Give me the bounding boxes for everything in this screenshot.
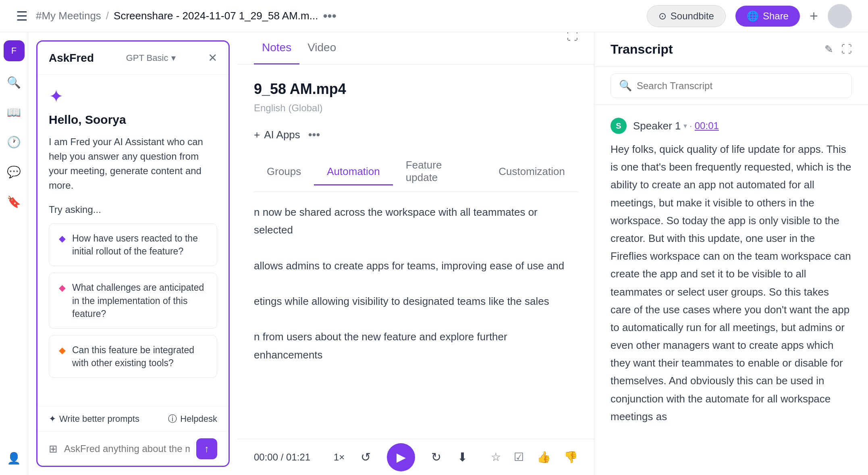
expand-button[interactable]: ⛶ bbox=[567, 32, 578, 43]
helpdesk-label: Helpdesk bbox=[180, 414, 217, 424]
download-button[interactable]: ⬇ bbox=[457, 450, 467, 464]
time-total: 01:21 bbox=[286, 452, 310, 462]
topbar-actions: ⊙ Soundbite 🌐 Share + bbox=[647, 4, 852, 28]
speaker-chevron-icon[interactable]: ▾ bbox=[683, 121, 687, 130]
transcript-search-input[interactable] bbox=[637, 80, 843, 92]
content-inner: 9_58 AM.mp4 English (Global) + AI Apps •… bbox=[238, 65, 594, 439]
content-paragraph-1: n now be shared across the workspace wit… bbox=[254, 203, 578, 239]
speaker-name: Speaker 1 ▾ · 00:01 bbox=[633, 120, 719, 132]
ai-apps-more[interactable]: ••• bbox=[308, 128, 320, 141]
ai-apps-row: + AI Apps ••• bbox=[254, 128, 578, 141]
plus-icon: + bbox=[254, 129, 260, 141]
checkbox-icon[interactable]: ☑ bbox=[514, 450, 524, 464]
breadcrumb-more[interactable]: ••• bbox=[323, 8, 336, 23]
suggestion-item-2[interactable]: ◆ What challenges are anticipated in the… bbox=[49, 273, 217, 329]
content-paragraph-2: allows admins to create apps for teams, … bbox=[254, 257, 578, 275]
askfred-input-area: ⊞ ↑ bbox=[37, 431, 228, 466]
ai-apps-label: AI Apps bbox=[264, 129, 300, 141]
share-label: Share bbox=[763, 10, 789, 22]
askfred-send-button[interactable]: ↑ bbox=[196, 438, 217, 459]
write-prompts-link[interactable]: ✦ Write better prompts bbox=[49, 414, 139, 424]
suggestion-item-3[interactable]: ◆ Can this feature be integrated with ot… bbox=[49, 335, 217, 378]
sidebar-item-book[interactable]: 📖 bbox=[5, 103, 23, 121]
suggestion-icon-2: ◆ bbox=[59, 282, 66, 294]
meeting-title: 9_58 AM.mp4 bbox=[254, 81, 578, 98]
tab-automation[interactable]: Automation bbox=[314, 159, 393, 185]
rewind-button[interactable]: ↺ bbox=[361, 450, 371, 464]
askfred-gpt-selector[interactable]: GPT Basic ▾ bbox=[126, 53, 176, 63]
video-tab-label: Video bbox=[307, 41, 336, 54]
sidebar-item-profile[interactable]: 👤 bbox=[5, 449, 23, 467]
main-layout: F 🔍 📖 🕐 💬 🔖 👤 AskFred GPT Basic ▾ ✕ ✦ He… bbox=[0, 32, 868, 475]
tab-notes[interactable]: Notes bbox=[254, 32, 299, 65]
tab-feature-update[interactable]: Feature update bbox=[393, 152, 486, 192]
askfred-footer: ✦ Write better prompts ⓘ Helpdesk bbox=[37, 406, 228, 431]
transcript-title: Transcript bbox=[611, 42, 673, 57]
transcript-content-text: Hey folks, quick quality of life update … bbox=[611, 140, 852, 425]
askfred-greeting: Hello, Soorya bbox=[49, 113, 217, 127]
transcript-body: S Speaker 1 ▾ · 00:01 Hey folks, quick q… bbox=[594, 105, 868, 475]
suggestion-item-1[interactable]: ◆ How have users reacted to the initial … bbox=[49, 223, 217, 266]
tab-customization[interactable]: Customization bbox=[486, 159, 578, 185]
menu-icon[interactable]: ☰ bbox=[16, 8, 28, 24]
meeting-language: English (Global) bbox=[254, 102, 578, 114]
helpdesk-link[interactable]: ⓘ Helpdesk bbox=[168, 413, 217, 425]
sparkle-icon: ✦ bbox=[49, 86, 217, 106]
ai-apps-button[interactable]: + AI Apps bbox=[254, 129, 300, 141]
notes-tab-label: Notes bbox=[262, 41, 291, 54]
content-tab-bar: Notes Video ⛶ bbox=[238, 32, 594, 65]
sidebar-item-search[interactable]: 🔍 bbox=[5, 73, 23, 91]
add-button[interactable]: + bbox=[810, 8, 818, 25]
sidebar-item-chat[interactable]: 💬 bbox=[5, 163, 23, 181]
breadcrumb: #My Meetings / Screenshare - 2024-11-07 … bbox=[36, 8, 639, 23]
tab-groups[interactable]: Groups bbox=[254, 159, 314, 185]
suggestion-icon-3: ◆ bbox=[59, 344, 66, 357]
speaker-timestamp[interactable]: 00:01 bbox=[695, 120, 719, 131]
play-pause-button[interactable]: ▶ bbox=[387, 443, 415, 471]
transcript-search-area: 🔍 bbox=[594, 67, 868, 105]
prompts-label: Write better prompts bbox=[59, 414, 139, 424]
speaker-avatar-letter: S bbox=[616, 121, 621, 131]
askfred-body: ✦ Hello, Soorya I am Fred your AI Assist… bbox=[37, 75, 228, 406]
askfred-header: AskFred GPT Basic ▾ ✕ bbox=[37, 42, 228, 75]
sidebar-item-bookmark[interactable]: 🔖 bbox=[5, 193, 23, 210]
chevron-down-icon: ▾ bbox=[171, 53, 176, 63]
content-sub-tabs: Groups Automation Feature update Customi… bbox=[254, 152, 578, 192]
speaker-info-row: S Speaker 1 ▾ · 00:01 bbox=[611, 118, 852, 134]
transcript-panel: Transcript ✎ ⛶ 🔍 S Speaker 1 ▾ · bbox=[594, 32, 868, 475]
askfred-close-button[interactable]: ✕ bbox=[208, 51, 217, 65]
soundbite-icon: ⊙ bbox=[658, 10, 667, 22]
content-paragraph-3: etings while allowing visibility to desi… bbox=[254, 292, 578, 310]
breadcrumb-current: Screenshare - 2024-11-07 1_29_58 AM.m... bbox=[114, 10, 318, 22]
share-button[interactable]: 🌐 Share bbox=[735, 6, 800, 27]
askfred-try-label: Try asking... bbox=[49, 204, 217, 215]
soundbite-label: Soundbite bbox=[671, 10, 714, 22]
askfred-title: AskFred bbox=[49, 52, 94, 65]
input-grid-icon: ⊞ bbox=[49, 443, 58, 455]
user-avatar[interactable] bbox=[828, 4, 852, 28]
askfred-panel: AskFred GPT Basic ▾ ✕ ✦ Hello, Soorya I … bbox=[36, 40, 230, 467]
thumbs-up-icon[interactable]: 👍 bbox=[537, 450, 551, 464]
transcript-edit-icon[interactable]: ✎ bbox=[824, 43, 833, 56]
time-current: 00:00 bbox=[254, 452, 278, 462]
transcript-expand-icon[interactable]: ⛶ bbox=[841, 43, 852, 56]
soundbite-button[interactable]: ⊙ Soundbite bbox=[647, 5, 726, 27]
prompts-icon: ✦ bbox=[49, 414, 56, 424]
breadcrumb-root[interactable]: #My Meetings bbox=[36, 10, 101, 22]
transcript-header-icons: ✎ ⛶ bbox=[824, 43, 852, 56]
speaker-name-text: Speaker 1 bbox=[633, 120, 681, 132]
tab-video[interactable]: Video bbox=[299, 32, 344, 65]
sidebar-brand-avatar[interactable]: F bbox=[4, 40, 25, 61]
transcript-search-box: 🔍 bbox=[611, 73, 852, 98]
star-icon[interactable]: ☆ bbox=[491, 450, 501, 464]
fast-forward-button[interactable]: ↻ bbox=[431, 450, 441, 464]
sidebar: F 🔍 📖 🕐 💬 🔖 👤 bbox=[0, 32, 28, 475]
search-icon: 🔍 bbox=[619, 79, 632, 92]
sidebar-item-clock[interactable]: 🕐 bbox=[5, 133, 23, 151]
suggestion-text-1: How have users reacted to the initial ro… bbox=[72, 232, 207, 258]
askfred-input[interactable] bbox=[64, 443, 190, 454]
suggestion-text-3: Can this feature be integrated with othe… bbox=[72, 344, 207, 369]
thumbs-down-icon[interactable]: 👎 bbox=[564, 450, 578, 464]
content-paragraph-4: n from users about the new feature and e… bbox=[254, 328, 578, 363]
playback-speed[interactable]: 1× bbox=[334, 452, 345, 463]
